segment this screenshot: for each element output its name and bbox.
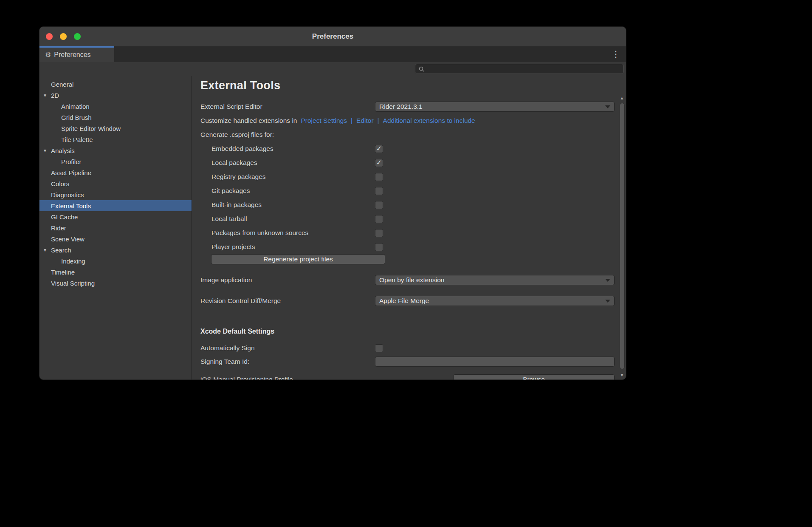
automatically-sign-label: Automatically Sign <box>200 344 375 352</box>
browse-button[interactable]: Browse <box>453 374 615 380</box>
generate-csproj-label: Generate .csproj files for: <box>200 131 375 139</box>
preferences-body: General ▼2D Animation Grid Brush Sprite … <box>39 76 626 380</box>
checkbox-label: Player projects <box>200 243 375 251</box>
checkbox-row-embedded-packages: Embedded packages <box>200 144 615 154</box>
revision-control-label: Revision Control Diff/Merge <box>200 297 375 305</box>
sidebar-item-diagnostics[interactable]: Diagnostics <box>39 189 192 200</box>
checkbox-label: Git packages <box>200 187 375 195</box>
kebab-menu-icon[interactable]: ⋮ <box>612 49 620 59</box>
settings-content: External Tools External Script Editor Ri… <box>192 76 615 380</box>
search-input[interactable] <box>427 65 620 72</box>
sidebar-item-external-tools[interactable]: External Tools <box>39 200 192 211</box>
checkbox-row-local-tarball: Local tarball <box>200 214 615 224</box>
sidebar-item-scene-view[interactable]: Scene View <box>39 233 192 244</box>
checkbox-label: Packages from unknown sources <box>200 229 375 237</box>
search-row <box>39 62 626 76</box>
ios-provisioning-label: iOS Manual Provisioning Profile <box>200 376 375 380</box>
xcode-settings-heading: Xcode Default Settings <box>200 326 615 337</box>
checkbox-automatically-sign[interactable] <box>375 344 383 352</box>
external-script-editor-dropdown[interactable]: Rider 2021.3.1 <box>375 102 615 112</box>
foldout-arrow-icon[interactable]: ▼ <box>43 248 51 252</box>
sidebar-item-analysis[interactable]: ▼Analysis <box>39 145 192 156</box>
foldout-arrow-icon[interactable]: ▼ <box>43 148 51 153</box>
checkbox-row-local-packages: Local packages <box>200 158 615 168</box>
checkbox-player-projects[interactable] <box>375 243 383 251</box>
search-box[interactable] <box>415 64 624 74</box>
scroll-down-arrow-icon[interactable]: ▼ <box>619 373 625 377</box>
external-script-editor-row: External Script Editor Rider 2021.3.1 <box>200 102 615 112</box>
image-application-label: Image application <box>200 276 375 284</box>
dropdown-arrow-icon <box>605 105 610 108</box>
tab-label: Preferences <box>54 51 90 59</box>
ios-provisioning-row: iOS Manual Provisioning Profile Browse <box>200 374 615 380</box>
checkbox-row-registry-packages: Registry packages <box>200 172 615 182</box>
checkbox-local-tarball[interactable] <box>375 215 383 223</box>
sidebar-item-visual-scripting[interactable]: Visual Scripting <box>39 278 192 289</box>
vertical-scrollbar[interactable]: ▲ ▼ <box>619 95 625 378</box>
sidebar-item-general[interactable]: General <box>39 79 192 90</box>
checkbox-embedded-packages[interactable] <box>375 145 383 153</box>
link-separator: | <box>378 117 379 125</box>
tab-strip: ⚙ Preferences ⋮ <box>39 46 626 62</box>
checkbox-packages-unknown-sources[interactable] <box>375 229 383 237</box>
preferences-window: Preferences ⚙ Preferences ⋮ General ▼2D … <box>39 26 626 380</box>
checkbox-label: Local tarball <box>200 215 375 223</box>
checkbox-row-packages-unknown-sources: Packages from unknown sources <box>200 228 615 238</box>
dropdown-value: Open by file extension <box>379 276 444 284</box>
generate-csproj-label-row: Generate .csproj files for: <box>200 130 615 140</box>
regenerate-row: Regenerate project files <box>200 254 615 264</box>
sidebar-item-tile-palette[interactable]: Tile Palette <box>39 134 192 145</box>
customize-extensions-row: Customize handled extensions in Project … <box>200 116 615 126</box>
dropdown-value: Apple File Merge <box>379 297 429 305</box>
image-application-row: Image application Open by file extension <box>200 275 615 285</box>
checkbox-row-built-in-packages: Built-in packages <box>200 200 615 210</box>
checkbox-row-git-packages: Git packages <box>200 186 615 196</box>
window-title: Preferences <box>39 27 626 46</box>
foldout-arrow-icon[interactable]: ▼ <box>43 93 51 98</box>
revision-control-dropdown[interactable]: Apple File Merge <box>375 296 615 306</box>
tab-preferences[interactable]: ⚙ Preferences <box>39 46 114 62</box>
regenerate-project-files-button[interactable]: Regenerate project files <box>211 254 385 264</box>
checkbox-row-player-projects: Player projects <box>200 242 615 252</box>
link-separator: | <box>351 117 352 125</box>
revision-control-row: Revision Control Diff/Merge Apple File M… <box>200 296 615 306</box>
gear-icon: ⚙ <box>45 51 51 58</box>
sidebar-item-2d[interactable]: ▼2D <box>39 90 192 101</box>
automatically-sign-row: Automatically Sign <box>200 343 615 353</box>
signing-team-id-label: Signing Team Id: <box>200 358 375 366</box>
settings-sidebar: General ▼2D Animation Grid Brush Sprite … <box>39 76 192 380</box>
checkbox-label: Local packages <box>200 159 375 167</box>
sidebar-item-profiler[interactable]: Profiler <box>39 156 192 167</box>
signing-team-id-row: Signing Team Id: <box>200 357 615 367</box>
checkbox-registry-packages[interactable] <box>375 173 383 181</box>
signing-team-id-input[interactable] <box>375 357 615 367</box>
link-editor[interactable]: Editor <box>356 117 374 125</box>
checkbox-local-packages[interactable] <box>375 159 383 167</box>
checkbox-label: Built-in packages <box>200 201 375 209</box>
page-title: External Tools <box>200 79 615 92</box>
link-additional-extensions[interactable]: Additional extensions to include <box>383 117 475 125</box>
sidebar-item-animation[interactable]: Animation <box>39 101 192 112</box>
sidebar-item-search[interactable]: ▼Search <box>39 244 192 255</box>
checkbox-built-in-packages[interactable] <box>375 201 383 209</box>
sidebar-item-asset-pipeline[interactable]: Asset Pipeline <box>39 167 192 178</box>
sidebar-item-indexing[interactable]: Indexing <box>39 255 192 266</box>
window-titlebar[interactable]: Preferences <box>39 27 626 46</box>
sidebar-item-timeline[interactable]: Timeline <box>39 266 192 278</box>
link-project-settings[interactable]: Project Settings <box>301 117 347 125</box>
checkbox-git-packages[interactable] <box>375 187 383 195</box>
dropdown-value: Rider 2021.3.1 <box>379 103 423 110</box>
sidebar-item-rider[interactable]: Rider <box>39 222 192 233</box>
image-application-dropdown[interactable]: Open by file extension <box>375 275 615 285</box>
sidebar-item-sprite-editor-window[interactable]: Sprite Editor Window <box>39 123 192 134</box>
external-script-editor-label: External Script Editor <box>200 103 375 110</box>
sidebar-item-gi-cache[interactable]: GI Cache <box>39 211 192 222</box>
checkbox-label: Embedded packages <box>200 145 375 153</box>
customize-extensions-label: Customize handled extensions in <box>200 117 297 125</box>
dropdown-arrow-icon <box>605 300 610 303</box>
sidebar-item-grid-brush[interactable]: Grid Brush <box>39 112 192 123</box>
scrollbar-thumb[interactable] <box>620 103 625 369</box>
sidebar-item-colors[interactable]: Colors <box>39 178 192 189</box>
dropdown-arrow-icon <box>605 279 610 282</box>
scroll-up-arrow-icon[interactable]: ▲ <box>619 96 625 100</box>
